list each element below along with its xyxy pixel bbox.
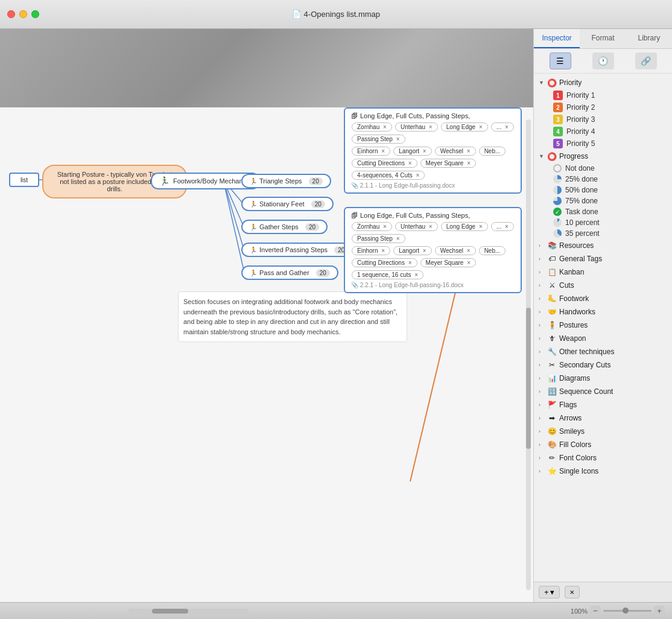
branch-triangle-steps[interactable]: 🏃Triangle Steps 20 [241, 174, 331, 188]
hscroll-thumb[interactable] [152, 609, 188, 614]
tree-item-postures[interactable]: › 🧍 Postures [534, 319, 672, 332]
tab-bar: Inspector Format Library [534, 29, 672, 49]
tree-item-secondary-cuts[interactable]: › ✂ Secondary Cuts [534, 358, 672, 372]
progress-not-done[interactable]: Not done [534, 163, 672, 174]
tree-item-general-tags[interactable]: › 🏷 General Tags [534, 252, 672, 265]
progress-75[interactable]: 75% done [534, 195, 672, 206]
tree-item-flags[interactable]: › 🚩 Flags [534, 398, 672, 411]
branch-pass-and-gather[interactable]: 🏃Pass and Gather 20 [241, 265, 338, 280]
zoom-slider-thumb[interactable] [623, 608, 629, 614]
branch-stationary-feet[interactable]: 🏃Stationary Feet 20 [241, 197, 334, 211]
tree-item-single-icons[interactable]: › ⭐ Single Icons [534, 465, 672, 478]
svg-line-0 [410, 279, 458, 481]
tree-item-arrows[interactable]: › ➡ Arrows [534, 411, 672, 425]
chevron-right-icon: › [539, 362, 547, 368]
priority-item-4[interactable]: 4 Priority 4 [534, 125, 672, 138]
remove-button[interactable]: × [565, 586, 580, 598]
chevron-right-icon: › [539, 402, 547, 408]
priority-item-3[interactable]: 3 Priority 3 [534, 113, 672, 125]
card1-tags3: Einhorn × Langort × Wechsel × Neb... [351, 146, 515, 156]
list-icon-btn[interactable]: ☰ [550, 52, 571, 69]
maximize-button[interactable] [31, 10, 39, 18]
minimize-button[interactable] [19, 10, 27, 18]
tab-library[interactable]: Library [626, 29, 672, 48]
zoom-out-button[interactable]: − [590, 606, 601, 617]
card1-link[interactable]: 📎 2.1.1 - Long Edge-full-passing.docx [351, 182, 515, 189]
tree-item-icon-5: 🤝 [547, 307, 557, 317]
link-icon-btn[interactable]: 🔗 [635, 52, 657, 69]
tree-item-label-4: Footwork [559, 294, 667, 303]
clock-icon-btn[interactable]: 🕐 [592, 52, 614, 69]
zoom-slider[interactable] [603, 610, 651, 612]
add-button[interactable]: + ▾ [539, 586, 560, 598]
card2-tags: Zornhau × Unterhau × Long Edge × ... × [351, 221, 515, 232]
tree-item-weapon[interactable]: › 🗡 Weapon [534, 332, 672, 345]
mindmap-canvas[interactable]: list Starting Posture - typically von Ta… [0, 107, 533, 602]
zoom-in-button[interactable]: + [654, 606, 665, 617]
list-stub-node[interactable]: list [9, 173, 39, 187]
plus-icon: + [544, 588, 549, 597]
chevron-right-icon: › [539, 296, 547, 302]
card1-title: Long Edge, Full Cuts, Passing Steps, [360, 112, 470, 119]
tree-item-label-11: Sequence Count [559, 387, 667, 396]
tree-item-label-1: General Tags [559, 255, 667, 263]
canvas-area[interactable]: list Starting Posture - typically von Ta… [0, 29, 533, 602]
central-node-icons: 🏃‍♂️ [159, 176, 170, 186]
tree-item-other-techniques[interactable]: › 🔧 Other techniques [534, 345, 672, 358]
count-badge-0: 20 [309, 177, 323, 185]
chevron-right-icon: › [539, 428, 547, 434]
chevron-right-icon: › [539, 442, 547, 448]
tree-item-label-2: Kanban [559, 268, 667, 276]
tree-item-handworks[interactable]: › 🤝 Handworks [534, 305, 672, 319]
right-panel: Inspector Format Library ☰ 🕐 🔗 ▼ ⭕ Prior… [533, 29, 672, 602]
titlebar: 📄 4-Openings list.mmap [0, 0, 672, 29]
tree-item-label-8: Other techniques [559, 348, 667, 356]
priority-badge-3: 3 [553, 115, 563, 124]
tab-inspector[interactable]: Inspector [534, 29, 580, 48]
card2-link[interactable]: 📎 2.2.1 - Long Edge-full-passing-16.docx [351, 282, 515, 288]
dropdown-icon: ▾ [550, 588, 554, 597]
priority-item-2[interactable]: 2 Priority 2 [534, 101, 672, 113]
branch-gather-steps[interactable]: 🏃Gather Steps 20 [241, 220, 328, 234]
card-2[interactable]: 🗐 Long Edge, Full Cuts, Passing Steps, Z… [344, 207, 522, 293]
tree-item-icon-11: 🔢 [547, 387, 557, 396]
priority-item-1[interactable]: 1 Priority 1 [534, 89, 672, 101]
card-1[interactable]: 🗐 Long Edge, Full Cuts, Passing Steps, Z… [344, 107, 522, 194]
tree-item-diagrams[interactable]: › 📊 Diagrams [534, 372, 672, 385]
tree-item-label-16: Font Colors [559, 454, 667, 462]
tree-item-resources[interactable]: › 📚 Resources [534, 239, 672, 252]
tree-item-icon-15: 🎨 [547, 440, 557, 449]
branch-inverted-passing[interactable]: 🏃Inverted Passing Steps 20 [241, 243, 357, 257]
tab-format[interactable]: Format [580, 29, 626, 48]
progress-25[interactable]: 25% done [534, 174, 672, 185]
tree-item-cuts[interactable]: › ⚔ Cuts [534, 279, 672, 292]
chevron-down-icon: ▼ [539, 80, 547, 86]
zoom-controls: 100% − + [571, 606, 665, 617]
tree-progress-header[interactable]: ▼ ⭕ Progress [534, 150, 672, 163]
progress-50[interactable]: 50% done [534, 185, 672, 195]
tree-panel[interactable]: ▼ ⭕ Priority 1 Priority 1 2 Priority 2 3… [534, 74, 672, 582]
chevron-right-icon: › [539, 243, 547, 249]
progress-10[interactable]: 10 percent [534, 217, 672, 228]
progress-35[interactable]: 35 percent [534, 228, 672, 239]
card2-tags5: 1 sequence, 16 cuts × [351, 270, 515, 280]
chevron-right-icon: › [539, 322, 547, 328]
tree-priority-header[interactable]: ▼ ⭕ Priority [534, 76, 672, 89]
chevron-right-icon: › [539, 468, 547, 474]
priority-item-5[interactable]: 5 Priority 5 [534, 138, 672, 150]
tree-item-smileys[interactable]: › 😊 Smileys [534, 425, 672, 438]
tree-item-label-14: Smileys [559, 427, 667, 436]
chevron-right-icon: › [539, 309, 547, 315]
scrollbar-thumb[interactable] [526, 308, 531, 449]
progress-75-icon [553, 197, 562, 205]
progress-done[interactable]: ✓ Task done [534, 206, 672, 217]
tree-item-kanban[interactable]: › 📋 Kanban [534, 265, 672, 279]
tree-item-font-colors[interactable]: › ✏ Font Colors [534, 451, 672, 465]
tree-item-icon-10: 📊 [547, 373, 557, 383]
vertical-scrollbar[interactable] [526, 119, 531, 590]
horizontal-scrollbar[interactable] [128, 609, 249, 614]
tree-item-fill-colors[interactable]: › 🎨 Fill Colors [534, 438, 672, 451]
tree-item-sequence-count[interactable]: › 🔢 Sequence Count [534, 385, 672, 398]
tree-item-footwork[interactable]: › 🦶 Footwork [534, 292, 672, 305]
close-button[interactable] [7, 10, 15, 18]
